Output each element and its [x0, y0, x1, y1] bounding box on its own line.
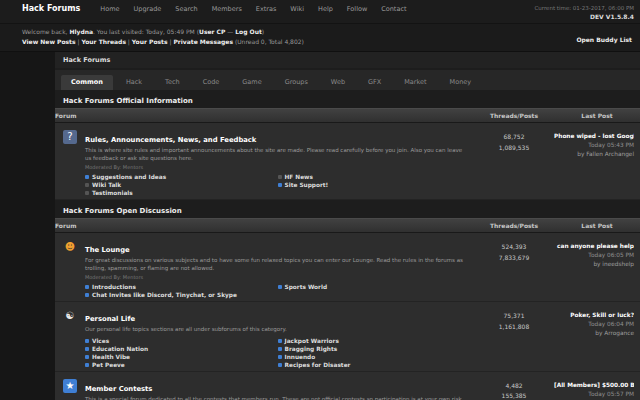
welcome-link-your-threads[interactable]: Your Threads — [81, 38, 126, 45]
subforum-link-innuendo[interactable]: Innuendo — [285, 354, 316, 360]
tab-tech[interactable]: Tech — [155, 75, 190, 90]
threads-count: 75,371 — [474, 311, 554, 321]
subforum-link-site-support[interactable]: Site Support! — [285, 182, 329, 188]
welcome-text-block: Welcome back, Hlydna. You last visited: … — [22, 27, 576, 46]
unread-indicator-icon — [278, 347, 282, 351]
tab-hack[interactable]: Hack — [116, 75, 152, 90]
forum-icon-cell: ☯ — [55, 306, 85, 368]
welcome-link-view-new-posts[interactable]: View New Posts — [22, 38, 76, 45]
last-post-thread-link[interactable]: can anyone please help — [554, 242, 634, 251]
unread-indicator-icon — [278, 355, 282, 359]
tab-common[interactable]: Common — [61, 75, 113, 90]
welcome-link-private-messages[interactable]: Private Messages — [173, 38, 233, 45]
subforum-link-introductions[interactable]: Introductions — [92, 284, 136, 290]
breadcrumb[interactable]: Hack Forums — [55, 52, 640, 68]
tab-code[interactable]: Code — [193, 75, 230, 90]
welcome-link-user-cp[interactable]: User CP — [199, 28, 225, 35]
last-post-thread-link[interactable]: [All Members] $500.00 BIG... — [554, 381, 634, 390]
last-post-cell: Phone wiped - lost Google...Today 05:43 … — [554, 127, 640, 196]
tab-money[interactable]: Money — [440, 75, 482, 90]
threads-posts-stats: 75,3711,161,808 — [474, 306, 554, 368]
last-post-author-link[interactable]: by ineedshelp — [554, 260, 634, 269]
forum-section: Hack Forums Open DiscussionForumThreads/… — [55, 200, 640, 400]
forum-main: Hack Forums CommonHackTechCodeGameGroups… — [55, 52, 640, 400]
forum-link-the-lounge[interactable]: The Lounge — [85, 246, 130, 254]
subforum-item: Pet Peeve — [85, 362, 278, 368]
threads-count: 524,393 — [474, 242, 554, 252]
subforum-item: Innuendo — [278, 354, 471, 360]
welcome-bar: Welcome back, Hlydna. You last visited: … — [0, 23, 640, 52]
subforum-list: Suggestions and IdeasWiki TalkTestimonia… — [85, 172, 470, 196]
column-threads-posts: Threads/Posts — [474, 219, 554, 232]
tab-gfx[interactable]: GFX — [358, 75, 391, 90]
tab-market[interactable]: Market — [394, 75, 436, 90]
nav-item-follow[interactable]: Follow — [347, 5, 367, 13]
forum-icon-cell: ? — [55, 127, 85, 196]
subforum-item: Site Support! — [278, 182, 471, 188]
tab-groups[interactable]: Groups — [275, 75, 318, 90]
column-threads-posts: Threads/Posts — [474, 109, 554, 122]
subforum-link-testimonials[interactable]: Testimonials — [92, 190, 133, 196]
unread-indicator-icon — [278, 339, 282, 343]
tab-game[interactable]: Game — [232, 75, 271, 90]
forum-info: Personal LifeOur personal life topics se… — [85, 306, 474, 368]
last-post-author-link[interactable]: by Arrogance — [554, 329, 634, 338]
subforum-link-hf-news[interactable]: HF News — [285, 174, 313, 180]
site-logo[interactable]: Hack Forums — [22, 4, 80, 13]
tab-web[interactable]: Web — [321, 75, 355, 90]
unread-indicator-icon — [278, 183, 282, 187]
welcome-link-your-posts[interactable]: Your Posts — [132, 38, 168, 45]
subforum-item: Introductions — [85, 284, 278, 290]
forum-link-rules-announcements-news-and-feedback[interactable]: Rules, Announcements, News, and Feedback — [85, 136, 256, 144]
subforum-link-suggestions-and-ideas[interactable]: Suggestions and Ideas — [92, 174, 166, 180]
open-buddy-list-link[interactable]: Open Buddy List — [576, 36, 632, 46]
section-title: Hack Forums Open Discussion — [55, 200, 640, 218]
last-post-thread-link[interactable]: Poker, Skill or luck? — [554, 311, 634, 320]
last-post-time: Today 06:04 PM — [554, 320, 634, 329]
subforum-link-jackpot-warriors[interactable]: Jackpot Warriors — [285, 338, 339, 344]
nav-item-home[interactable]: Home — [100, 5, 119, 13]
forum-row: ☯Personal LifeOur personal life topics s… — [55, 302, 640, 372]
nav-item-upgrade[interactable]: Upgrade — [134, 5, 162, 13]
welcome-link-hlydna[interactable]: Hlydna — [69, 28, 93, 35]
unread-indicator-icon — [85, 363, 89, 367]
moderated-by: Moderated By: Mentors — [85, 274, 470, 280]
forum-description: For great discussions on various subject… — [85, 257, 470, 273]
welcome-text: . You last visited: Today, 05:49 PM ( — [93, 28, 199, 35]
forum-link-member-contests[interactable]: Member Contests — [85, 385, 152, 393]
last-post-thread-link[interactable]: Phone wiped - lost Google... — [554, 132, 634, 141]
subforum-link-recipes-for-disaster[interactable]: Recipes for Disaster — [285, 362, 351, 368]
forum-section: Hack Forums Official InformationForumThr… — [55, 90, 640, 200]
subforum-link-wiki-talk[interactable]: Wiki Talk — [92, 182, 121, 188]
subforum-link-education-nation[interactable]: Education Nation — [92, 346, 148, 352]
subforum-link-chat-invites-like-discord-tinychat-or-skype[interactable]: Chat Invites like Discord, Tinychat, or … — [92, 292, 237, 298]
subforum-column: Suggestions and IdeasWiki TalkTestimonia… — [85, 172, 278, 196]
subforum-link-health-vibe[interactable]: Health Vibe — [92, 354, 130, 360]
forum-info: Member ContestsThis is a special forum d… — [85, 376, 474, 400]
site-version: DEV V1.5.8.4 — [534, 12, 634, 21]
main-nav: HomeUpgradeSearchMembersExtrasWikiHelpFo… — [100, 5, 406, 13]
subforum-link-bragging-rights[interactable]: Bragging Rights — [285, 346, 338, 352]
nav-item-search[interactable]: Search — [175, 5, 197, 13]
last-post-author-link[interactable]: by Fallen Archangel — [554, 150, 634, 159]
read-indicator-icon — [85, 191, 89, 195]
subforum-link-pet-peeve[interactable]: Pet Peeve — [92, 362, 125, 368]
subforum-link-vices[interactable]: Vices — [92, 338, 109, 344]
nav-item-members[interactable]: Members — [212, 5, 242, 13]
subforum-item: Chat Invites like Discord, Tinychat, or … — [85, 292, 278, 298]
unread-indicator-icon — [85, 285, 89, 289]
subforum-item: Recipes for Disaster — [278, 362, 471, 368]
last-post-cell: Poker, Skill or luck?Today 06:04 PMby Ar… — [554, 306, 640, 368]
top-right-info: Current time: 01-23-2017, 06:00 PM DEV V… — [534, 4, 634, 21]
nav-item-wiki[interactable]: Wiki — [290, 5, 304, 13]
threads-posts-stats: 4,482155,385 — [474, 376, 554, 400]
subforum-link-sports-world[interactable]: Sports World — [285, 284, 328, 290]
nav-item-extras[interactable]: Extras — [256, 5, 277, 13]
welcome-link-log-out[interactable]: Log Out — [235, 28, 262, 35]
subforum-column: Jackpot WarriorsBragging RightsInnuendoR… — [278, 336, 471, 368]
nav-item-contact[interactable]: Contact — [381, 5, 406, 13]
nav-item-help[interactable]: Help — [318, 5, 333, 13]
subforum-item: Education Nation — [85, 346, 278, 352]
forum-link-personal-life[interactable]: Personal Life — [85, 315, 135, 323]
subforum-list: IntroductionsChat Invites like Discord, … — [85, 282, 470, 298]
